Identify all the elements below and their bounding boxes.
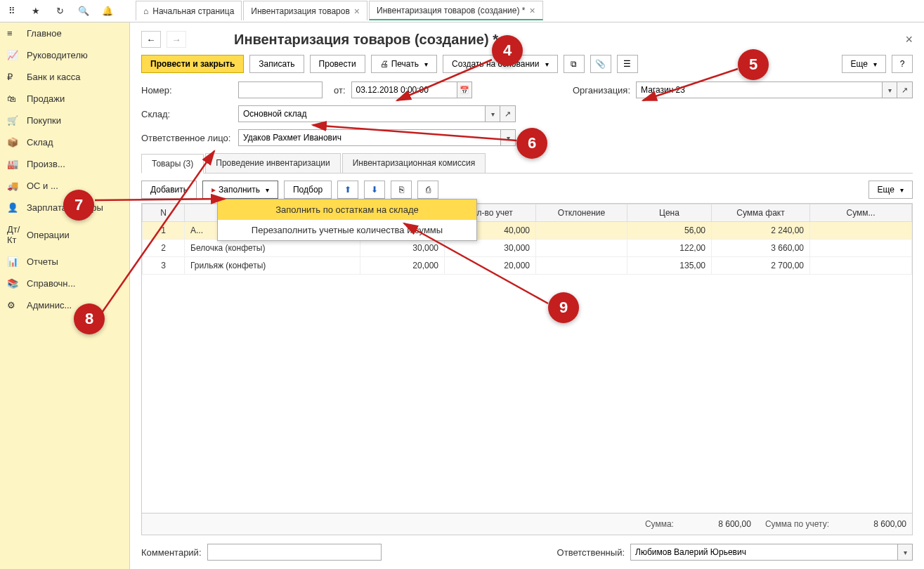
ruble-icon: ₽ <box>7 72 20 82</box>
sidebar-item-production[interactable]: 🏭Произв... <box>0 153 129 175</box>
gear-icon: ⚙ <box>7 300 20 310</box>
add-button[interactable]: Добавить <box>141 181 197 199</box>
sidebar-item-sales[interactable]: 🛍Продажи <box>0 88 129 110</box>
fill-button[interactable]: ▸Заполнить <box>202 181 278 199</box>
table-row[interactable]: 2 Белочка (конфеты) 30,000 30,000 122,00… <box>143 240 912 257</box>
post-button[interactable]: Провести <box>310 55 365 73</box>
back-button[interactable]: ← <box>141 31 161 48</box>
tab-label: Инвентаризация товаров (создание) * <box>377 6 525 15</box>
from-label: от: <box>334 85 346 96</box>
sidebar-item-references[interactable]: 📚Справочн... <box>0 273 129 294</box>
apps-icon[interactable]: ⠿ <box>6 5 18 18</box>
col-n[interactable]: N <box>143 204 185 222</box>
responsible-label: Ответственное лицо: <box>141 133 233 143</box>
bottom-row: Комментарий: Ответственный: ▾ <box>141 544 913 561</box>
tab-home[interactable]: ⌂ Начальная страница <box>136 1 242 20</box>
table-more-button[interactable]: Еще <box>868 181 913 199</box>
col-sum-fact[interactable]: Сумма факт <box>712 204 810 222</box>
bottom-responsible-label: Ответственный: <box>557 547 625 558</box>
dropdown-icon[interactable]: ▾ <box>500 129 516 146</box>
fill-icon: ▸ <box>212 185 216 195</box>
fill-by-stock-item[interactable]: Заполнить по остаткам на складе <box>218 200 476 220</box>
close-page-icon[interactable]: × <box>905 32 913 47</box>
move-down-button[interactable]: ⬇ <box>364 181 385 199</box>
close-icon[interactable]: × <box>529 5 535 16</box>
calendar-icon[interactable]: 📅 <box>457 81 472 98</box>
tab-inventory-create[interactable]: Инвентаризация товаров (создание) * × <box>369 1 543 20</box>
history-icon[interactable]: ↻ <box>53 5 66 18</box>
sidebar-item-purchases[interactable]: 🛒Покупки <box>0 110 129 131</box>
bottom-responsible-input[interactable] <box>630 544 897 561</box>
nav-row: ← → Инвентаризация товаров (создание) * … <box>141 31 913 48</box>
warehouse-input[interactable] <box>238 105 485 122</box>
tab-label: Инвентаризация товаров <box>251 6 349 16</box>
sidebar-item-label: Справочн... <box>27 278 75 289</box>
copy-button[interactable]: ⎘ <box>391 181 412 199</box>
bell-icon[interactable]: 🔔 <box>101 5 114 18</box>
tab-goods[interactable]: Товары (3) <box>141 154 204 174</box>
attach-icon-button[interactable]: 📎 <box>590 55 611 73</box>
more-button[interactable]: Еще <box>842 55 886 73</box>
callout-4: 4 <box>492 35 523 66</box>
org-input[interactable] <box>636 81 882 98</box>
sidebar: ≡Главное 📈Руководителю ₽Банк и касса 🛍Пр… <box>0 22 130 569</box>
number-input[interactable] <box>238 81 323 98</box>
select-button[interactable]: Подбор <box>284 181 332 199</box>
search-icon[interactable]: 🔍 <box>77 5 90 18</box>
close-icon[interactable]: × <box>354 6 360 17</box>
table-toolbar: Добавить ▸Заполнить Подбор ⬆ ⬇ ⎘ ⎙ Еще З… <box>141 181 913 199</box>
move-up-button[interactable]: ⬆ <box>337 181 358 199</box>
person-icon: 👤 <box>7 202 20 213</box>
factory-icon: 🏭 <box>7 159 20 169</box>
dropdown-icon[interactable]: ▾ <box>882 81 897 98</box>
sidebar-item-admin[interactable]: ⚙Админис... <box>0 294 129 316</box>
sidebar-item-label: Операции <box>27 230 70 240</box>
table-row[interactable]: 3 Грильяж (конфеты) 20,000 20,000 135,00… <box>143 257 912 275</box>
sidebar-item-manager[interactable]: 📈Руководителю <box>0 44 129 66</box>
sidebar-item-reports[interactable]: 📊Отчеты <box>0 251 129 273</box>
sum-label: Сумма: <box>645 519 674 529</box>
star-icon[interactable]: ★ <box>30 5 42 18</box>
sidebar-item-operations[interactable]: Дт/КтОперации <box>0 218 129 251</box>
sidebar-item-label: Админис... <box>27 300 72 310</box>
ops-icon: Дт/Кт <box>7 224 20 245</box>
dropdown-icon[interactable]: ▾ <box>897 544 913 561</box>
open-icon[interactable]: ↗ <box>500 105 516 122</box>
tab-label: Начальная страница <box>152 6 234 16</box>
date-input[interactable] <box>351 81 457 98</box>
print-button[interactable]: 🖨Печать <box>371 55 437 73</box>
sidebar-item-label: ОС и ... <box>27 181 58 191</box>
comment-label: Комментарий: <box>141 547 202 558</box>
write-button[interactable]: Записать <box>249 55 304 73</box>
comment-input[interactable] <box>207 544 382 561</box>
sidebar-item-label: Банк и касса <box>27 72 81 82</box>
help-button[interactable]: ? <box>892 55 913 73</box>
sidebar-item-main[interactable]: ≡Главное <box>0 22 129 44</box>
list-icon-button[interactable]: ☰ <box>617 55 638 73</box>
col-dev[interactable]: Отклонение <box>536 204 627 222</box>
sidebar-item-assets[interactable]: 🚚ОС и ... <box>0 175 129 197</box>
books-icon: 📚 <box>7 278 20 289</box>
col-price[interactable]: Цена <box>627 204 712 222</box>
open-icon[interactable]: ↗ <box>897 81 913 98</box>
tab-commission[interactable]: Инвентаризационная комиссия <box>342 153 486 173</box>
fill-dropdown: Заполнить по остаткам на складе Перезапо… <box>217 199 477 241</box>
sidebar-item-bank[interactable]: ₽Банк и касса <box>0 66 129 88</box>
callout-6: 6 <box>516 128 547 159</box>
paste-button[interactable]: ⎙ <box>417 181 438 199</box>
sidebar-item-warehouse[interactable]: 📦Склад <box>0 131 129 153</box>
structure-icon-button[interactable]: ⧉ <box>564 55 585 73</box>
row-warehouse: Склад: ▾ ↗ <box>141 105 913 122</box>
cart-icon: 🛒 <box>7 115 20 126</box>
col-sum-acc[interactable]: Сумм... <box>810 204 912 222</box>
printer-icon: 🖨 <box>380 59 389 69</box>
dropdown-icon[interactable]: ▾ <box>485 105 500 122</box>
responsible-input[interactable] <box>238 129 500 146</box>
tab-inventory-list[interactable]: Инвентаризация товаров × <box>243 1 367 20</box>
post-and-close-button[interactable]: Провести и закрыть <box>141 55 244 73</box>
tab-conduct[interactable]: Проведение инвентаризации <box>205 153 340 173</box>
sum-acc-value: 8 600,00 <box>843 519 906 529</box>
refill-amounts-item[interactable]: Перезаполнить учетные количества и суммы <box>218 220 476 240</box>
truck-icon: 🚚 <box>7 181 20 191</box>
forward-button[interactable]: → <box>167 31 186 48</box>
